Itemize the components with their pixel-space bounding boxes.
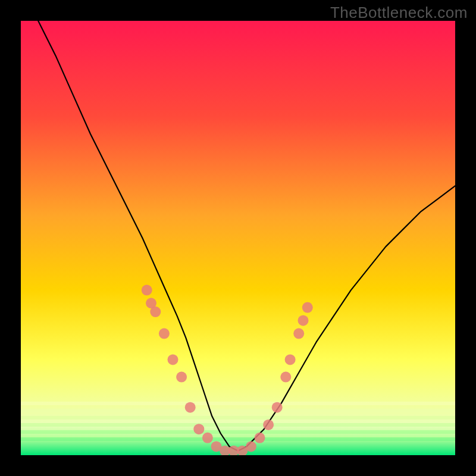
svg-rect-1 <box>21 409 455 412</box>
marker-point <box>280 372 291 383</box>
marker-point <box>202 433 213 443</box>
marker-point <box>263 419 274 430</box>
marker-point <box>302 302 313 313</box>
marker-point <box>272 402 283 413</box>
marker-point <box>159 328 170 339</box>
bottleneck-chart <box>21 21 455 455</box>
marker-point <box>293 328 304 339</box>
chart-svg <box>21 21 455 455</box>
svg-rect-4 <box>21 430 455 434</box>
marker-point <box>193 424 204 434</box>
svg-rect-0 <box>21 402 455 405</box>
marker-point <box>255 433 265 443</box>
marker-point <box>150 306 161 317</box>
marker-point <box>298 315 309 326</box>
svg-rect-5 <box>21 437 455 441</box>
svg-rect-3 <box>21 423 455 427</box>
watermark-text: TheBottleneck.com <box>330 4 468 22</box>
marker-point <box>285 354 296 365</box>
marker-point <box>246 441 256 452</box>
marker-point <box>168 354 178 365</box>
marker-point <box>176 372 187 383</box>
marker-point <box>185 402 196 413</box>
marker-point <box>142 285 152 296</box>
svg-rect-2 <box>21 416 455 419</box>
gradient-background <box>21 21 455 455</box>
